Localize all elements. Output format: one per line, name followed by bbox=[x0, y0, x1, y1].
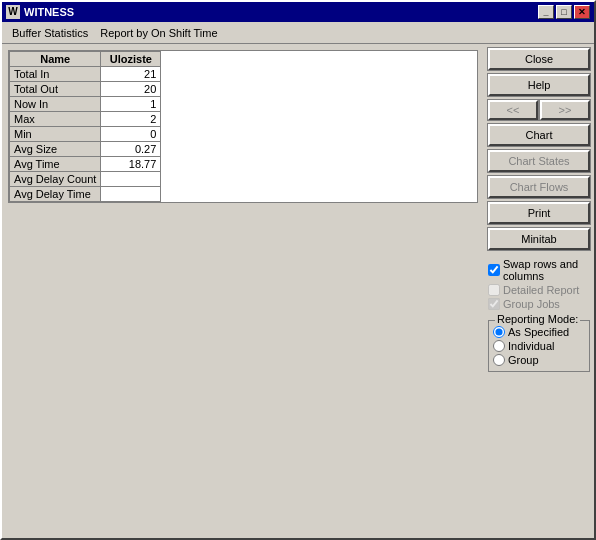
menu-buffer-statistics[interactable]: Buffer Statistics bbox=[6, 25, 94, 41]
main-window: W WITNESS _ □ ✕ Buffer Statistics Report… bbox=[0, 0, 596, 540]
window-icon: W bbox=[6, 5, 20, 19]
maximize-button[interactable]: □ bbox=[556, 5, 572, 19]
menu-report-on-shift[interactable]: Report by On Shift Time bbox=[94, 25, 223, 41]
table-row: Avg Time18.77 bbox=[10, 157, 161, 172]
table-row: Avg Size0.27 bbox=[10, 142, 161, 157]
radio-label-1: Individual bbox=[508, 340, 554, 352]
detailed-report-checkbox[interactable] bbox=[488, 284, 500, 296]
chart-states-button[interactable]: Chart States bbox=[488, 150, 590, 172]
row-name-5: Avg Size bbox=[10, 142, 101, 157]
radio-group[interactable] bbox=[493, 354, 505, 366]
group-jobs-row: Group Jobs bbox=[488, 298, 590, 310]
table-row: Now In1 bbox=[10, 97, 161, 112]
row-value-4: 0 bbox=[101, 127, 161, 142]
row-value-0: 21 bbox=[101, 67, 161, 82]
sidebar: Close Help << >> Chart Chart States Char… bbox=[484, 44, 594, 538]
data-table-container: Name Uloziste Total In21Total Out20Now I… bbox=[8, 50, 478, 203]
close-button[interactable]: Close bbox=[488, 48, 590, 70]
detailed-report-label: Detailed Report bbox=[503, 284, 579, 296]
radio-as-specified[interactable] bbox=[493, 326, 505, 338]
prev-button[interactable]: << bbox=[488, 100, 538, 120]
table-row: Avg Delay Time bbox=[10, 187, 161, 202]
row-name-4: Min bbox=[10, 127, 101, 142]
table-row: Avg Delay Count bbox=[10, 172, 161, 187]
title-bar: W WITNESS _ □ ✕ bbox=[2, 2, 594, 22]
radio-label-2: Group bbox=[508, 354, 539, 366]
detailed-report-row: Detailed Report bbox=[488, 284, 590, 296]
row-name-2: Now In bbox=[10, 97, 101, 112]
nav-buttons: << >> bbox=[488, 100, 590, 120]
row-value-3: 2 bbox=[101, 112, 161, 127]
table-row: Min0 bbox=[10, 127, 161, 142]
statistics-table: Name Uloziste Total In21Total Out20Now I… bbox=[9, 51, 161, 202]
close-title-button[interactable]: ✕ bbox=[574, 5, 590, 19]
row-value-5: 0.27 bbox=[101, 142, 161, 157]
title-bar-buttons: _ □ ✕ bbox=[538, 5, 590, 19]
content-area: Name Uloziste Total In21Total Out20Now I… bbox=[2, 44, 594, 538]
row-name-0: Total In bbox=[10, 67, 101, 82]
row-value-6: 18.77 bbox=[101, 157, 161, 172]
minitab-button[interactable]: Minitab bbox=[488, 228, 590, 250]
swap-rows-row: Swap rows and columns bbox=[488, 258, 590, 282]
chart-button[interactable]: Chart bbox=[488, 124, 590, 146]
radio-row-0: As Specified bbox=[493, 325, 585, 339]
options-area: Swap rows and columns Detailed Report Gr… bbox=[488, 258, 590, 372]
table-row: Total In21 bbox=[10, 67, 161, 82]
row-value-2: 1 bbox=[101, 97, 161, 112]
main-area: Name Uloziste Total In21Total Out20Now I… bbox=[2, 44, 484, 538]
radio-row-1: Individual bbox=[493, 339, 585, 353]
radio-individual[interactable] bbox=[493, 340, 505, 352]
swap-rows-label: Swap rows and columns bbox=[503, 258, 590, 282]
radio-group: As SpecifiedIndividualGroup bbox=[493, 325, 585, 367]
menu-bar: Buffer Statistics Report by On Shift Tim… bbox=[2, 22, 594, 44]
col-header-uloziste: Uloziste bbox=[101, 52, 161, 67]
row-name-6: Avg Time bbox=[10, 157, 101, 172]
row-name-1: Total Out bbox=[10, 82, 101, 97]
radio-label-0: As Specified bbox=[508, 326, 569, 338]
swap-rows-checkbox[interactable] bbox=[488, 264, 500, 276]
table-row: Total Out20 bbox=[10, 82, 161, 97]
chart-flows-button[interactable]: Chart Flows bbox=[488, 176, 590, 198]
reporting-mode-group: Reporting Mode: As SpecifiedIndividualGr… bbox=[488, 320, 590, 372]
window-title: WITNESS bbox=[24, 6, 538, 18]
col-header-name: Name bbox=[10, 52, 101, 67]
help-button[interactable]: Help bbox=[488, 74, 590, 96]
row-name-3: Max bbox=[10, 112, 101, 127]
row-value-7 bbox=[101, 172, 161, 187]
row-value-1: 20 bbox=[101, 82, 161, 97]
group-jobs-checkbox[interactable] bbox=[488, 298, 500, 310]
reporting-mode-title: Reporting Mode: bbox=[495, 313, 580, 325]
print-button[interactable]: Print bbox=[488, 202, 590, 224]
table-row: Max2 bbox=[10, 112, 161, 127]
row-value-8 bbox=[101, 187, 161, 202]
next-button[interactable]: >> bbox=[540, 100, 590, 120]
row-name-8: Avg Delay Time bbox=[10, 187, 101, 202]
minimize-button[interactable]: _ bbox=[538, 5, 554, 19]
row-name-7: Avg Delay Count bbox=[10, 172, 101, 187]
group-jobs-label: Group Jobs bbox=[503, 298, 560, 310]
radio-row-2: Group bbox=[493, 353, 585, 367]
